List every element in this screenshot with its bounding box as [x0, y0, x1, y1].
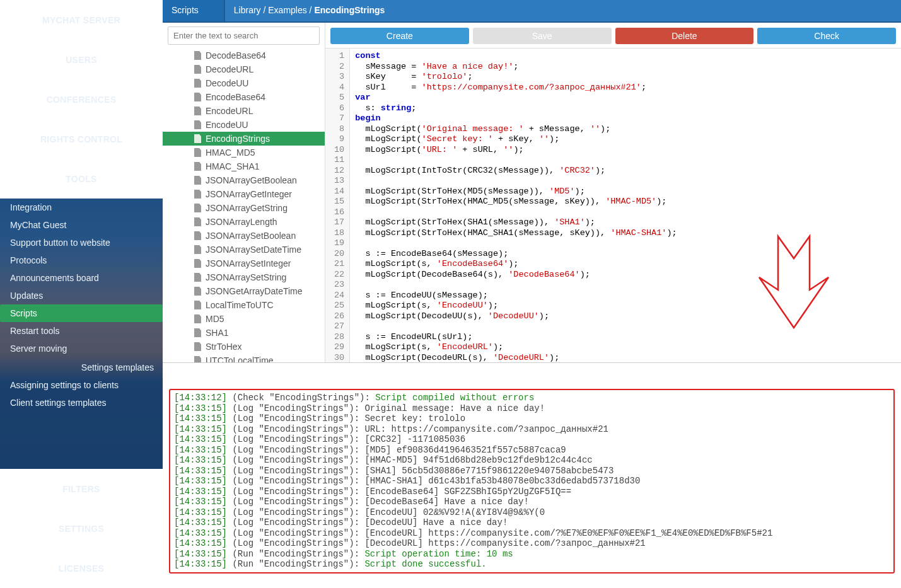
script-item-localtimetoutc[interactable]: LocalTimeToUTC	[163, 298, 325, 312]
console-output: [14:33:12] (Check "EncodingStrings"): Sc…	[169, 389, 895, 574]
chevron-down-icon	[148, 65, 155, 74]
sidebar-item-rights-control[interactable]: RIGHTS CONTROL	[0, 119, 163, 159]
sidebar-sub-announcements-board[interactable]: Announcements board	[0, 269, 163, 287]
topbar: Scripts Library / Examples / EncodingStr…	[163, 0, 901, 23]
sidebar-item-users[interactable]: USERS	[0, 40, 163, 79]
script-item-md5[interactable]: MD5	[163, 312, 325, 326]
sidebar-sub-support-button-to-website[interactable]: Support button to website	[0, 234, 163, 251]
info-icon	[73, 5, 85, 15]
users-icon	[73, 84, 85, 95]
sidebar: MYCHAT SERVERUSERSCONFERENCESRIGHTS CONT…	[0, 0, 163, 588]
script-item-jsonarraygetinteger[interactable]: JSONArrayGetInteger	[163, 187, 325, 201]
svg-rect-2	[78, 8, 79, 9]
topbar-tab-scripts[interactable]: Scripts	[163, 0, 225, 21]
sidebar-sub-mychat-guest[interactable]: MyChat Guest	[0, 216, 163, 234]
sidebar-item-label: SETTINGS	[59, 524, 104, 534]
sidebar-sub-client-settings-templates[interactable]: Client settings templates	[0, 394, 163, 412]
script-item-decodebase64[interactable]: DecodeBase64	[163, 49, 325, 62]
sidebar-sub-updates[interactable]: Updates	[0, 287, 163, 304]
script-item-decodeurl[interactable]: DecodeURL	[163, 62, 325, 76]
create-button[interactable]: Create	[330, 28, 469, 44]
sidebar-item-filters[interactable]: FILTERS	[0, 469, 163, 509]
annotation-arrow-icon	[756, 233, 832, 334]
sidebar-sub-scripts[interactable]: Scripts	[0, 304, 163, 322]
gear-icon	[73, 514, 85, 524]
sidebar-sub-server-moving[interactable]: Server moving	[0, 340, 163, 357]
script-item-decodeuu[interactable]: DecodeUU	[163, 76, 325, 90]
sidebar-item-label: MYCHAT SERVER	[42, 15, 120, 25]
console-panel[interactable]: [14:33:12] (Check "EncodingStrings"): Sc…	[163, 363, 901, 588]
sidebar-item-tools[interactable]: TOOLS	[0, 159, 163, 199]
script-item-sha1[interactable]: SHA1	[163, 326, 325, 340]
svg-rect-9	[74, 129, 76, 130]
script-item-encodeurl[interactable]: EncodeURL	[163, 104, 325, 118]
script-item-jsongetarraydatetime[interactable]: JSONGetArrayDateTime	[163, 284, 325, 298]
sidebar-item-label: RIGHTS CONTROL	[40, 134, 122, 144]
sidebar-item-label: USERS	[66, 55, 97, 65]
sidebar-item-label: TOOLS	[66, 174, 96, 184]
script-item-jsonarraylength[interactable]: JSONArrayLength	[163, 215, 325, 229]
list-icon	[73, 124, 85, 134]
script-item-utctolocaltime[interactable]: UTCToLocalTime	[163, 354, 325, 362]
crumb-current: EncodingStrings	[314, 5, 385, 15]
crumb-library[interactable]: Library	[234, 5, 261, 15]
script-item-jsonarraygetstring[interactable]: JSONArrayGetString	[163, 201, 325, 215]
save-button[interactable]: Save	[473, 28, 612, 44]
script-item-encodebase64[interactable]: EncodeBase64	[163, 90, 325, 104]
delete-button[interactable]: Delete	[615, 28, 754, 44]
script-item-jsonarraysetboolean[interactable]: JSONArraySetBoolean	[163, 229, 325, 243]
sidebar-item-licenses[interactable]: LICENSES	[0, 548, 163, 588]
script-item-hmac_sha1[interactable]: HMAC_SHA1	[163, 159, 325, 173]
svg-point-5	[76, 86, 79, 89]
sidebar-item-label: CONFERENCES	[47, 95, 117, 105]
sidebar-item-conferences[interactable]: CONFERENCES	[0, 79, 163, 119]
svg-point-6	[79, 86, 83, 89]
chevron-down-icon	[148, 105, 155, 114]
breadcrumb: Library / Examples / EncodingStrings	[225, 0, 394, 21]
script-item-encodingstrings[interactable]: EncodingStrings	[163, 132, 325, 146]
sidebar-item-settings[interactable]: SETTINGS	[0, 509, 163, 548]
svg-point-3	[76, 47, 79, 50]
script-list-panel: DecodeBase64DecodeURLDecodeUUEncodeBase6…	[163, 23, 325, 362]
svg-rect-7	[74, 126, 76, 127]
svg-rect-11	[74, 131, 76, 132]
chevron-down-icon	[148, 574, 155, 583]
chevron-down-icon	[148, 534, 155, 543]
line-gutter: 1 2 3 4 5 6 7 8 9 10 11 12 13 14 15 16 1…	[325, 49, 350, 362]
script-item-jsonarraysetstring[interactable]: JSONArraySetString	[163, 270, 325, 284]
script-item-jsonarraysetdatetime[interactable]: JSONArraySetDateTime	[163, 243, 325, 257]
svg-rect-10	[77, 129, 83, 130]
svg-point-4	[79, 47, 83, 50]
chevron-down-icon	[148, 494, 155, 504]
editor-toolbar: Create Save Delete Check	[325, 23, 901, 48]
crumb-examples[interactable]: Examples	[268, 5, 306, 15]
settings-templates-heading: Settings templates	[0, 357, 163, 376]
check-button[interactable]: Check	[757, 28, 896, 44]
svg-rect-1	[78, 9, 79, 13]
svg-rect-8	[77, 126, 83, 127]
script-item-encodeuu[interactable]: EncodeUU	[163, 118, 325, 132]
sidebar-sub-protocols[interactable]: Protocols	[0, 251, 163, 269]
sidebar-item-mychat-server[interactable]: MYCHAT SERVER	[0, 0, 163, 40]
script-list[interactable]: DecodeBase64DecodeURLDecodeUUEncodeBase6…	[163, 49, 325, 362]
users-icon	[73, 45, 85, 55]
search-input[interactable]	[168, 26, 320, 45]
script-item-strtohex[interactable]: StrToHex	[163, 340, 325, 354]
wrench-icon	[73, 164, 85, 174]
sidebar-sub-assigning-settings-to-clients[interactable]: Assigning settings to clients	[0, 376, 163, 394]
chevron-down-icon	[148, 25, 155, 35]
sidebar-item-label: LICENSES	[59, 563, 104, 574]
sidebar-sub-restart-tools[interactable]: Restart tools	[0, 322, 163, 340]
key-icon	[73, 553, 85, 563]
chevron-up-icon	[148, 184, 155, 193]
main-area: Scripts Library / Examples / EncodingStr…	[163, 0, 901, 588]
chevron-down-icon	[148, 144, 155, 154]
script-item-hmac_md5[interactable]: HMAC_MD5	[163, 146, 325, 159]
svg-rect-12	[77, 131, 83, 132]
filter-icon	[73, 474, 85, 484]
script-item-jsonarraygetboolean[interactable]: JSONArrayGetBoolean	[163, 173, 325, 187]
script-item-jsonarraysetinteger[interactable]: JSONArraySetInteger	[163, 257, 325, 270]
sidebar-sub-integration[interactable]: Integration	[0, 199, 163, 216]
editor-area: Create Save Delete Check 1 2 3 4 5 6 7 8…	[325, 23, 901, 362]
sidebar-item-label: FILTERS	[62, 484, 100, 494]
